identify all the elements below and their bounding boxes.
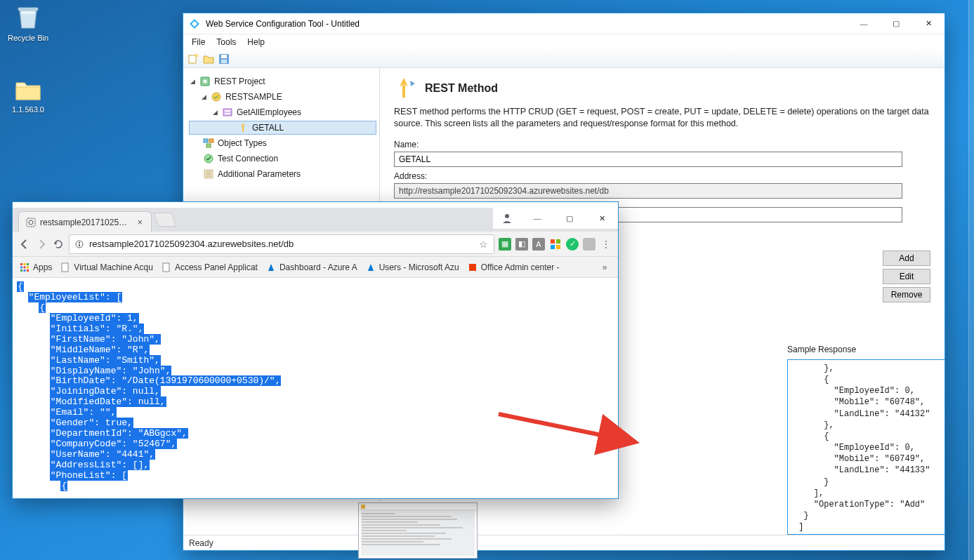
minimize-button[interactable]: —: [848, 13, 880, 34]
site-info-icon[interactable]: [75, 240, 84, 248]
new-project-icon[interactable]: [187, 53, 199, 65]
bookmark-office[interactable]: Office Admin center -: [468, 262, 560, 272]
bookmark-azure-label: Dashboard - Azure A: [279, 262, 357, 272]
browser-account-icon[interactable]: [493, 208, 521, 229]
browser-tab[interactable]: restsample20171025092… ×: [18, 211, 152, 232]
menu-help[interactable]: Help: [242, 36, 270, 48]
window-title: Web Service Configuration Tool - Untitle…: [206, 19, 848, 29]
browser-maximize-button[interactable]: ▢: [553, 208, 586, 229]
svg-rect-11: [223, 109, 232, 116]
new-tab-button[interactable]: [153, 213, 176, 227]
additional-params-icon: [203, 168, 214, 180]
tree-method-label: GETALL: [252, 123, 284, 133]
add-button[interactable]: Add: [883, 251, 930, 266]
edit-button[interactable]: Edit: [883, 269, 930, 284]
bookmark-azure-dash[interactable]: Dashboard - Azure A: [266, 262, 357, 272]
browser-json-content[interactable]: { "EmployeeList": [ { "EmployeeId": 1, "…: [13, 278, 618, 498]
svg-rect-34: [79, 244, 80, 246]
svg-rect-25: [402, 85, 405, 98]
bookmark-users[interactable]: Users - Microsoft Azu: [366, 262, 459, 272]
menubar: File Tools Help: [183, 34, 945, 50]
browser-tabstrip: restsample20171025092… × — ▢ ✕: [13, 208, 618, 232]
tree-object-types-label: Object Types: [218, 138, 267, 148]
svg-rect-36: [556, 239, 560, 244]
tree-object-types[interactable]: Object Types: [189, 135, 376, 151]
tree-root[interactable]: ◢ REST Project: [189, 74, 376, 89]
ext-icon-2[interactable]: ◧: [515, 238, 528, 251]
browser-close-button[interactable]: ✕: [586, 208, 618, 229]
sample-response-box[interactable]: }, { "EmployeeId": 0, "Mobile": "60748",…: [787, 359, 945, 535]
recycle-bin[interactable]: Recycle Bin: [0, 3, 56, 43]
tree-method-group-label: GetAllEmployees: [237, 107, 301, 117]
statusbar: Ready: [183, 535, 945, 550]
ext-icon-1[interactable]: ▦: [499, 238, 511, 251]
mini-app-icon: [361, 505, 365, 509]
svg-point-29: [29, 220, 33, 225]
svg-rect-0: [18, 8, 38, 11]
titlebar[interactable]: Web Service Configuration Tool - Untitle…: [183, 13, 945, 34]
svg-rect-28: [27, 218, 35, 227]
browser-menu-icon[interactable]: ⋮: [600, 238, 612, 251]
azure-icon: [266, 262, 276, 272]
close-button[interactable]: ✕: [912, 13, 945, 34]
svg-rect-48: [62, 263, 68, 272]
bookmarks-overflow-icon[interactable]: »: [598, 261, 611, 274]
rest-method-title: REST Method: [425, 82, 498, 95]
desktop-folder[interactable]: 1.1.563.0: [0, 77, 56, 114]
browser-url-bar[interactable]: restsample20171025092304.azurewebsites.n…: [69, 234, 494, 254]
browser-minimize-button[interactable]: —: [521, 208, 553, 229]
browser-back-icon[interactable]: [18, 238, 31, 251]
ext-icon-windows[interactable]: [549, 238, 562, 251]
service-icon: [211, 91, 222, 102]
recycle-bin-icon: [14, 3, 42, 31]
ext-icon-5[interactable]: ✓: [566, 238, 579, 251]
tab-close-icon[interactable]: ×: [136, 217, 144, 227]
remove-button[interactable]: Remove: [883, 287, 930, 302]
maximize-button[interactable]: ▢: [880, 13, 912, 34]
tree-service-label: RESTSAMPLE: [225, 92, 282, 102]
svg-rect-18: [206, 144, 211, 147]
show-desktop-bar[interactable]: [968, 0, 974, 560]
svg-rect-38: [556, 245, 560, 249]
browser-omnibar: restsample20171025092304.azurewebsites.n…: [13, 232, 618, 257]
tree-service[interactable]: ◢ RESTSAMPLE: [189, 89, 376, 105]
bookmarks-bar: Apps Virtual Machine Acqu Access Panel A…: [13, 257, 618, 278]
bookmark-star-icon[interactable]: ☆: [479, 239, 488, 250]
bookmark-access[interactable]: Access Panel Applicat: [162, 262, 258, 272]
tree-test-connection[interactable]: Test Connection: [189, 151, 376, 166]
tab-favicon: [26, 218, 36, 227]
svg-rect-16: [204, 139, 208, 142]
app-icon: [189, 18, 200, 29]
svg-rect-27: [361, 505, 365, 509]
svg-rect-49: [163, 263, 169, 272]
tree-method-group[interactable]: ◢ GetAllEmployees: [189, 105, 376, 120]
taskbar-preview[interactable]: [358, 502, 478, 559]
tree-additional-params[interactable]: Additional Parameters: [189, 166, 376, 182]
tree-method-selected[interactable]: GETALL: [189, 121, 376, 135]
name-input[interactable]: [394, 152, 902, 167]
open-icon[interactable]: [203, 53, 214, 65]
save-icon[interactable]: [218, 53, 230, 65]
browser-window: restsample20171025092… × — ▢ ✕ restsampl…: [12, 201, 619, 499]
svg-rect-45: [20, 269, 22, 272]
recycle-bin-label: Recycle Bin: [0, 34, 56, 43]
test-connection-icon: [203, 153, 214, 164]
ext-icon-6[interactable]: [583, 238, 595, 251]
svg-rect-47: [27, 269, 29, 272]
sample-response-label: Sample Response: [787, 345, 945, 354]
svg-rect-12: [225, 110, 230, 112]
object-types-icon: [203, 138, 214, 149]
browser-forward-icon[interactable]: [35, 238, 48, 251]
address-label: Address:: [394, 171, 930, 181]
bookmark-vm[interactable]: Virtual Machine Acqu: [60, 262, 153, 272]
browser-tab-title: restsample20171025092…: [40, 218, 131, 227]
menu-file[interactable]: File: [186, 36, 211, 48]
bookmark-apps[interactable]: Apps: [20, 262, 52, 272]
svg-rect-41: [27, 263, 29, 265]
menu-tools[interactable]: Tools: [211, 36, 242, 48]
ext-icon-3[interactable]: A: [532, 238, 545, 251]
browser-reload-icon[interactable]: [52, 238, 65, 251]
address-input[interactable]: [394, 183, 902, 199]
svg-rect-43: [24, 266, 26, 268]
rest-method-icon: [394, 76, 418, 100]
